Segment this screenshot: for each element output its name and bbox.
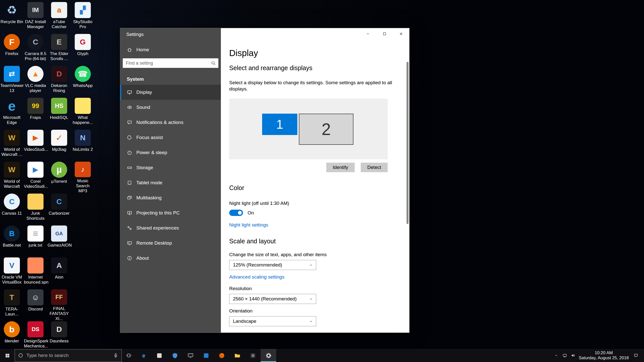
taskbar-app-2[interactable] bbox=[151, 349, 167, 362]
toggle-knob bbox=[238, 211, 242, 215]
night-light-settings-link[interactable]: Night light settings bbox=[229, 222, 268, 228]
desktop-icon-image: ✓ bbox=[51, 130, 67, 146]
orientation-label: Orientation bbox=[229, 308, 409, 314]
hidden-icons-chevron[interactable] bbox=[552, 349, 560, 362]
settings-content: Display Select and rearrange displays Se… bbox=[221, 28, 409, 333]
action-center-button[interactable] bbox=[630, 349, 642, 362]
desktop-icon-image: b bbox=[4, 321, 20, 337]
nolimits-2[interactable]: N NoLimits 2 bbox=[71, 130, 95, 162]
junk-txt[interactable]: ≡ junk.txt bbox=[24, 225, 47, 257]
heidisql[interactable]: HS HeidiSQL bbox=[47, 98, 71, 130]
sidebar-item-shared-experiences[interactable]: Shared experiences bbox=[120, 220, 221, 236]
utorrent[interactable]: µ µTorrent bbox=[47, 162, 71, 194]
taskbar-app-4[interactable] bbox=[183, 349, 198, 362]
teamviewer-13[interactable]: ⇄ TeamViewer 13 bbox=[0, 66, 24, 98]
maximize-button[interactable] bbox=[376, 28, 393, 39]
sidebar-item-focus-assist[interactable]: Focus assist bbox=[120, 130, 221, 145]
sidebar-item-multitasking[interactable]: Multitasking bbox=[120, 190, 221, 205]
sidebar-item-home[interactable]: Home bbox=[120, 44, 221, 55]
dekaron-rising[interactable]: D Dekaron Rising bbox=[47, 66, 71, 98]
sidebar-item-sound[interactable]: Sound bbox=[120, 100, 221, 115]
desktop-icon-image: C bbox=[4, 194, 20, 210]
volume-button[interactable] bbox=[569, 349, 578, 362]
canvas-11[interactable]: C Canvas 11 bbox=[0, 194, 24, 225]
advanced-scaling-link[interactable]: Advanced scaling settings bbox=[229, 274, 285, 280]
sidebar-item-display[interactable]: Display bbox=[120, 85, 221, 100]
designspark-mechanical[interactable]: DS DesignSpark Mechanica... bbox=[24, 321, 47, 353]
mp3tag[interactable]: ✓ Mp3tag bbox=[47, 130, 71, 162]
taskbar-app-8[interactable] bbox=[245, 349, 261, 362]
oracle-vm-virtualbox[interactable]: V Oracle VM VirtualBox bbox=[0, 257, 24, 289]
discord[interactable]: ☺ Discord bbox=[24, 289, 47, 321]
detect-button[interactable]: Detect bbox=[361, 163, 388, 172]
taskbar-app-edge[interactable] bbox=[136, 349, 151, 362]
sidebar-item-label: Multitasking bbox=[136, 195, 162, 201]
fraps[interactable]: 99 Fraps bbox=[24, 98, 47, 130]
diagram-buttons: Identify Detect bbox=[229, 163, 388, 172]
taskbar-app-file-explorer[interactable] bbox=[229, 349, 245, 362]
chevron-down-icon bbox=[309, 263, 313, 267]
minimize-button[interactable] bbox=[359, 28, 376, 39]
desktop-icon-image: B bbox=[4, 225, 20, 242]
taskbar-search-input[interactable] bbox=[26, 353, 110, 358]
taskbar-app-settings[interactable] bbox=[261, 349, 276, 362]
sidebar-item-storage[interactable]: Storage bbox=[120, 160, 221, 175]
corel-videostudio[interactable]: ▶ Corel VideoStudi... bbox=[24, 162, 47, 194]
daz-install-manager[interactable]: IM DAZ Install Manager bbox=[24, 2, 47, 34]
desktop-icon-label: Internet bounced.spn bbox=[24, 275, 47, 285]
tray-monitor-icon-button[interactable] bbox=[560, 349, 569, 362]
sidebar-item-notifications[interactable]: Notifications & actions bbox=[120, 115, 221, 130]
app-icon bbox=[172, 352, 178, 359]
identify-button[interactable]: Identify bbox=[326, 163, 355, 172]
what-happene-note[interactable]: What happene... bbox=[71, 98, 95, 130]
skystudio-pro[interactable]: ▞ SkyStudio Pro bbox=[71, 2, 95, 34]
dauntless[interactable]: D Dauntless bbox=[47, 321, 71, 353]
aion[interactable]: A Aion bbox=[47, 257, 71, 289]
tera-launcher[interactable]: T TERA-Laun... bbox=[0, 289, 24, 321]
recycle-bin[interactable]: ♻ Recycle Bin bbox=[0, 2, 24, 34]
taskbar-app-firefox[interactable] bbox=[214, 349, 229, 362]
sidebar-item-power-sleep[interactable]: Power & sleep bbox=[120, 145, 221, 160]
world-of-warcraft-folder[interactable]: W World of Warcraft ... bbox=[0, 130, 24, 162]
resolution-dropdown[interactable]: 644 × 362 (Recommended) bbox=[229, 294, 316, 304]
microsoft-edge[interactable]: e Microsoft Edge bbox=[0, 98, 24, 130]
firefox[interactable]: F Firefox bbox=[0, 34, 24, 66]
sidebar-item-projecting[interactable]: Projecting to this PC bbox=[120, 205, 221, 220]
night-light-toggle[interactable] bbox=[229, 210, 243, 216]
the-elder-scrolls[interactable]: E The Elder Scrolls ... bbox=[47, 34, 71, 66]
whatsapp[interactable]: ☎ WhatsApp bbox=[71, 66, 95, 98]
desktop-icon-label: Glyph bbox=[77, 51, 88, 56]
sidebar-item-label: Focus assist bbox=[136, 135, 163, 140]
sidebar-item-tablet-mode[interactable]: Tablet mode bbox=[120, 175, 221, 190]
settings-search-input[interactable] bbox=[126, 61, 211, 66]
monitor-2[interactable]: 2 bbox=[299, 114, 353, 145]
battlenet[interactable]: B Battle.net bbox=[0, 225, 24, 257]
sidebar-item-about[interactable]: About bbox=[120, 251, 221, 266]
taskbar-clock[interactable]: 10:20 AM Saturday, August 25, 2018 bbox=[578, 350, 630, 360]
close-button[interactable] bbox=[393, 28, 409, 39]
start-button[interactable] bbox=[0, 349, 15, 362]
glyph[interactable]: G Glyph bbox=[71, 34, 95, 66]
internet-bounced-spn[interactable]: Internet bounced.spn bbox=[24, 257, 47, 289]
vlc-media-player[interactable]: ▲ VLC media player bbox=[24, 66, 47, 98]
sidebar-item-icon bbox=[127, 195, 132, 201]
window-scrollbar[interactable] bbox=[407, 62, 409, 224]
sidebar-item-remote-desktop[interactable]: Remote Desktop bbox=[120, 236, 221, 251]
orientation-dropdown[interactable]: Landscape bbox=[229, 316, 316, 326]
final-fantasy-xi[interactable]: FF FINAL FANTASY XI... bbox=[47, 289, 71, 321]
taskbar-app-5[interactable] bbox=[198, 349, 214, 362]
junk-shortcuts[interactable]: Junk Shortcuts bbox=[24, 194, 47, 225]
atube-catcher[interactable]: a aTube Catcher bbox=[47, 2, 71, 34]
desktop-icon-image: ▲ bbox=[27, 66, 44, 82]
blender[interactable]: b blender bbox=[0, 321, 24, 353]
world-of-warcraft[interactable]: W World of Warcraft bbox=[0, 162, 24, 194]
carrara-85-pro[interactable]: C Carrara 8.5 Pro (64-bit) bbox=[24, 34, 47, 66]
gamezaion[interactable]: GA GamezAION bbox=[47, 225, 71, 257]
videostudi[interactable]: ▶ VideoStudi... bbox=[24, 130, 47, 162]
carbonizer[interactable]: C Carbonizer bbox=[47, 194, 71, 225]
music-search-mp3[interactable]: ♪ Music Search MP3 bbox=[71, 162, 95, 194]
task-view-button[interactable] bbox=[122, 349, 136, 362]
taskbar-app-defender[interactable] bbox=[167, 349, 183, 362]
scale-dropdown[interactable]: 125% (Recommended) bbox=[229, 260, 316, 270]
monitor-1[interactable]: 1 bbox=[262, 114, 297, 135]
